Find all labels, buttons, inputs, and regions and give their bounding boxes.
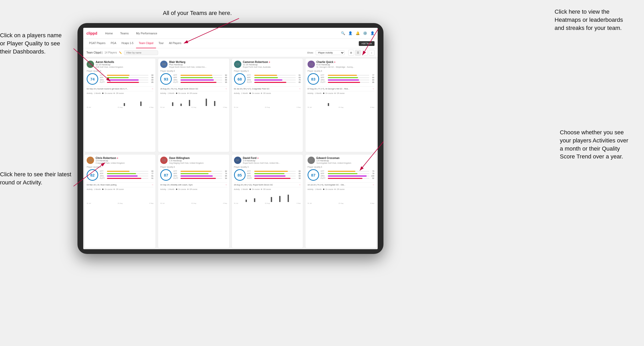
chart-label-start: 31 Jul xyxy=(87,107,91,108)
last-round[interactable]: 26 Aug 23 | 73 (+1), Royal North Devon G… xyxy=(160,86,227,90)
player-card[interactable]: CR Cameron Robertson ● 11-15 Handicap Ro… xyxy=(232,58,303,152)
stat-value-arg: 75 xyxy=(297,79,301,81)
player-name[interactable]: Cameron Robertson ● xyxy=(243,61,301,63)
player-name[interactable]: Charlie Quick ● xyxy=(316,61,374,63)
player-card[interactable]: EC Edward Crossman 1-5 Handicap Sunningd… xyxy=(305,154,377,248)
annotation-left-top: Click on a players name or Player Qualit… xyxy=(0,31,62,56)
stat-bar-app xyxy=(328,173,369,174)
edit-team-icon[interactable]: ✏️ xyxy=(119,51,122,54)
avatar-icon[interactable]: 👤 xyxy=(370,31,375,35)
player-card[interactable]: DF David Ford ● 1-5 Handicap Royal North… xyxy=(232,154,303,248)
nav-teams[interactable]: Teams xyxy=(119,31,130,36)
last-round[interactable]: 03 Mar 23 | 19, Must make putting → xyxy=(87,182,153,186)
stat-value-ott: 89 xyxy=(297,170,301,172)
stat-label-arg: ARG xyxy=(173,175,180,177)
player-card[interactable]: AN Aaron Nicholls 11-15 Handicap Drift G… xyxy=(84,58,156,152)
stat-row-arg: ARG 83 xyxy=(321,79,374,81)
nav-home[interactable]: Home xyxy=(103,31,114,36)
search-icon[interactable]: 🔍 xyxy=(341,31,345,35)
player-name[interactable]: Edward Crossman xyxy=(316,157,374,159)
quality-circle[interactable]: 68 xyxy=(234,73,246,85)
activity-label: Activity · 1 Month xyxy=(308,92,321,94)
quality-circle[interactable]: 74 xyxy=(87,73,98,85)
last-round[interactable]: 18 Jul 23 | 74 (+4), Sunningdale GC - Ol… xyxy=(308,182,374,186)
player-name[interactable]: David Ford ● xyxy=(243,157,301,159)
player-name[interactable]: Chris Robertson ● xyxy=(96,157,153,159)
tab-pgat-players[interactable]: PGAT Players xyxy=(86,39,108,48)
quality-circle[interactable]: 82 xyxy=(87,169,98,181)
activity-label: Activity · 1 Month xyxy=(87,92,101,94)
player-card[interactable]: CQ Charlie Quick ● 6-10 Handicap St. Geo… xyxy=(305,58,377,152)
stat-bar-ott xyxy=(328,75,369,76)
stat-bar-arg xyxy=(107,175,148,177)
stat-bar-arg xyxy=(254,175,296,177)
tab-pga[interactable]: PGA xyxy=(108,39,119,48)
stat-label-app: APP xyxy=(321,77,327,78)
stat-label-app: APP xyxy=(247,173,253,174)
player-name[interactable]: Dave Billingham xyxy=(169,157,227,159)
player-header: CR Chris Robertson ● 1-5 Handicap Craigm… xyxy=(87,157,153,164)
quality-circle[interactable]: 83 xyxy=(308,73,319,85)
tab-all-players[interactable]: All Players xyxy=(166,39,184,48)
last-round[interactable]: 07 Aug 23 | 77 (+7), St George's Hill GC… xyxy=(308,86,374,90)
user-icon[interactable]: 👤 xyxy=(348,31,352,35)
tab-hcaps[interactable]: Hcaps 1-5 xyxy=(119,39,136,48)
last-round[interactable]: 02 Jul 23 | 59 (+17), Craigmillar Park G… xyxy=(234,86,301,90)
activity-chart xyxy=(308,191,374,202)
stat-row-arg: ARG 75 xyxy=(247,79,301,81)
stat-value-ott: 82 xyxy=(223,170,227,172)
on-course-dot xyxy=(176,93,177,94)
chart-labels: 31 Jul 21 Aug 4 Sep xyxy=(234,107,301,108)
stat-label-app: APP xyxy=(247,77,253,78)
sort-button[interactable]: ↕ xyxy=(369,50,375,56)
bell-icon[interactable]: 🔔 xyxy=(356,31,360,35)
quality-circle[interactable]: 87 xyxy=(308,169,319,181)
last-round[interactable]: 26 Aug 23 | 84 (+12), Royal North Devon … xyxy=(234,182,301,186)
add-team-button[interactable]: Add Team xyxy=(359,41,375,46)
player-name[interactable]: Blair McHarg xyxy=(169,61,227,63)
stats-grid: OTT 60 APP 58 ARG xyxy=(100,74,153,84)
filter-button[interactable]: ▼ xyxy=(362,50,368,56)
off-course-dot xyxy=(187,93,189,94)
stat-label-arg: ARG xyxy=(173,79,180,81)
nav-my-performance[interactable]: My Performance xyxy=(134,31,159,36)
stat-value-ott: 77 xyxy=(370,74,374,76)
player-club: Royal Perth Golf Club, Australia xyxy=(243,66,301,68)
on-course-dot xyxy=(323,93,324,94)
player-card[interactable]: CR Chris Robertson ● 1-5 Handicap Craigm… xyxy=(84,154,156,248)
stat-row-putt: PUTT 85 xyxy=(247,81,301,83)
chart-labels: 31 Jul 21 Aug 4 Sep xyxy=(87,203,153,204)
chart-label-mid: 21 Aug xyxy=(265,107,270,108)
activity-chart xyxy=(308,95,374,106)
tab-team-clippd[interactable]: Team Clippd xyxy=(136,39,156,48)
player-card[interactable]: BM Blair McHarg Plus Handicap Royal Nort… xyxy=(158,58,229,152)
activity-header: Activity · 1 Month On course Off course xyxy=(160,92,227,94)
stat-row-app: APP 74 xyxy=(173,173,227,174)
stat-value-putt: 85 xyxy=(149,81,153,83)
stat-label-putt: PUTT xyxy=(247,81,253,83)
last-round-arrow: → xyxy=(372,88,374,90)
nav-logo[interactable]: clippd xyxy=(86,31,97,35)
quality-circle[interactable]: 85 xyxy=(234,169,246,181)
grid-view-button[interactable]: ⊞ xyxy=(348,50,354,56)
list-view-button[interactable]: ☰ xyxy=(355,50,361,56)
stat-bar-putt xyxy=(180,82,222,83)
show-select[interactable]: Player Activity Quality Score Trend xyxy=(316,50,345,55)
last-round-arrow: → xyxy=(299,184,301,186)
quality-circle[interactable]: 93 xyxy=(160,73,172,85)
settings-icon[interactable]: ⚙️ xyxy=(363,31,367,35)
last-round-arrow: → xyxy=(151,184,153,186)
last-round[interactable]: 02 Sep 23 | Sunset round to get back int… xyxy=(87,86,153,90)
last-round[interactable]: 04 Sep 23 | Mobility with coach, Gym → xyxy=(160,182,227,186)
player-card[interactable]: DB Dave Billingham 1-5 Handicap Sog Magi… xyxy=(158,154,229,248)
tab-tour[interactable]: Tour xyxy=(156,39,166,48)
filter-input[interactable] xyxy=(124,50,158,55)
stat-label-ott: OTT xyxy=(100,170,106,172)
chart-labels: 31 Jul 21 Aug 4 Sep xyxy=(308,203,374,204)
quality-circle[interactable]: 87 xyxy=(160,169,172,181)
stats-grid: OTT 61 APP 63 ARG xyxy=(247,74,301,84)
player-name[interactable]: Aaron Nicholls xyxy=(96,61,153,63)
activity-legend: On course Off course xyxy=(102,188,124,190)
stat-value-arg: 81 xyxy=(149,175,153,177)
chart-label-end: 4 Sep xyxy=(223,107,227,108)
